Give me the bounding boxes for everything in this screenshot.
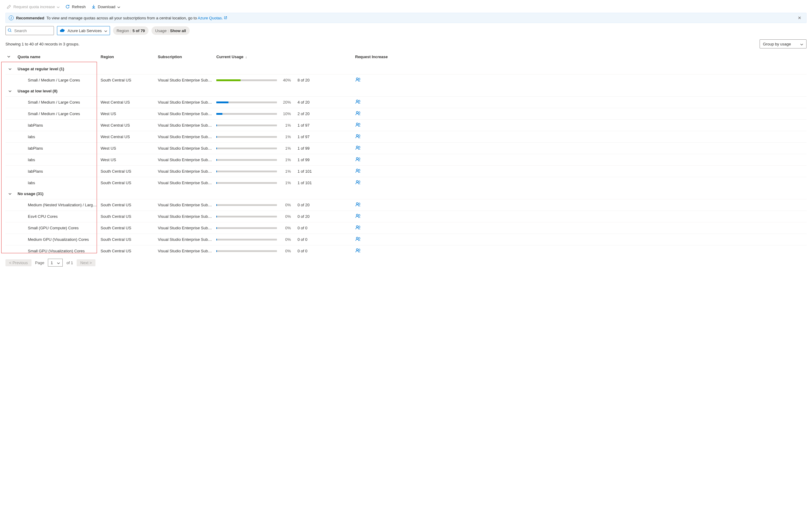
request-increase-button[interactable] (355, 180, 360, 185)
chevron-down-icon (7, 90, 18, 93)
request-increase-button[interactable] (355, 248, 360, 253)
usage-count-cell: 0 of 0 (297, 249, 355, 253)
table-header: Quota name Region Subscription Current U… (5, 50, 807, 64)
quota-name-cell: labPlans (18, 169, 100, 174)
refresh-button[interactable]: Refresh (65, 4, 86, 9)
request-quota-increase-button[interactable]: Request quota increase (7, 4, 60, 9)
provider-dropdown[interactable]: Azure Lab Services (57, 26, 110, 35)
usage-count-cell: 1 of 97 (297, 123, 355, 127)
table-row[interactable]: Medium GPU (Visualization) CoresSouth Ce… (5, 234, 807, 245)
table-row[interactable]: Small (GPU Compute) CoresSouth Central U… (5, 222, 807, 234)
search-icon (7, 28, 12, 33)
search-input[interactable] (13, 28, 52, 33)
table-row[interactable]: labPlansWest Central USVisual Studio Ent… (5, 119, 807, 131)
request-increase-button[interactable] (355, 213, 360, 219)
usage-count-cell: 0 of 0 (297, 237, 355, 242)
usage-percent: 0% (281, 214, 291, 219)
usage-bar: 1% (216, 169, 297, 174)
quota-name-cell: labs (18, 157, 100, 162)
table-row[interactable]: labsSouth Central USVisual Studio Enterp… (5, 177, 807, 189)
svg-point-6 (356, 146, 358, 148)
quota-name-cell: Small / Medium / Large Cores (18, 78, 100, 82)
region-filter-label: Region : (117, 28, 131, 33)
usage-filter-label: Usage : (155, 28, 169, 33)
chevron-down-icon[interactable] (7, 55, 10, 58)
svg-point-7 (356, 157, 358, 159)
table-row[interactable]: labPlansSouth Central USVisual Studio En… (5, 165, 807, 177)
usage-percent: 1% (281, 169, 291, 174)
subscription-cell: Visual Studio Enterprise Subscri… (158, 249, 216, 253)
request-increase-button[interactable] (355, 202, 360, 207)
close-banner-button[interactable]: ✕ (796, 16, 803, 20)
table-row[interactable]: labPlansWest USVisual Studio Enterprise … (5, 142, 807, 154)
table-row[interactable]: Small / Medium / Large CoresSouth Centra… (5, 74, 807, 86)
request-increase-button[interactable] (355, 225, 360, 230)
table-row[interactable]: labsWest USVisual Studio Enterprise Subs… (5, 154, 807, 165)
quota-name-cell: Small / Medium / Large Cores (18, 100, 100, 105)
col-region[interactable]: Region (100, 55, 158, 59)
svg-point-12 (356, 226, 358, 228)
page-select[interactable]: 1 (48, 259, 63, 266)
quota-name-cell: labs (18, 135, 100, 139)
svg-point-1 (356, 78, 358, 80)
table-row[interactable]: Small GPU (Visualization) CoresSouth Cen… (5, 245, 807, 256)
usage-count-cell: 1 of 101 (297, 169, 355, 174)
request-increase-button[interactable] (355, 168, 360, 174)
recommendation-banner: i Recommended To view and manage quotas … (5, 13, 807, 23)
request-increase-button[interactable] (355, 156, 360, 162)
usage-bar: 0% (216, 203, 297, 207)
request-increase-button[interactable] (355, 134, 360, 139)
request-quota-increase-label: Request quota increase (13, 4, 55, 9)
group-header[interactable]: Usage at low level (8) (5, 86, 807, 96)
table-row[interactable]: labsWest Central USVisual Studio Enterpr… (5, 131, 807, 142)
groupby-label: Group by usage (763, 42, 791, 46)
request-increase-button[interactable] (355, 236, 360, 242)
usage-count-cell: 8 of 20 (297, 78, 355, 82)
usage-bar: 1% (216, 157, 297, 162)
group-header[interactable]: No usage (31) (5, 189, 807, 199)
external-link-icon (224, 16, 227, 20)
region-cell: West Central US (100, 123, 158, 127)
groupby-dropdown[interactable]: Group by usage (760, 39, 807, 49)
usage-filter-pill[interactable]: Usage : Show all (151, 26, 190, 35)
col-current-usage[interactable]: Current Usage ↓ (216, 55, 297, 59)
subscription-cell: Visual Studio Enterprise Subscri… (158, 157, 216, 162)
previous-page-button[interactable]: < Previous (5, 259, 31, 266)
table-row[interactable]: Small / Medium / Large CoresWest USVisua… (5, 108, 807, 119)
usage-filter-value: Show all (170, 28, 186, 33)
table-row[interactable]: Small / Medium / Large CoresWest Central… (5, 96, 807, 108)
svg-point-10 (356, 203, 358, 204)
download-icon (91, 4, 96, 9)
chevron-down-icon (104, 29, 107, 32)
col-quota-name[interactable]: Quota name (18, 55, 100, 59)
subscription-cell: Visual Studio Enterprise Subscri… (158, 146, 216, 150)
table-row[interactable]: Medium (Nested Virtualization) / Large (… (5, 199, 807, 210)
group-header[interactable]: Usage at regular level (1) (5, 64, 807, 74)
region-filter-pill[interactable]: Region : 5 of 79 (113, 26, 149, 35)
request-increase-button[interactable] (355, 111, 360, 116)
usage-bar: 20% (216, 100, 297, 105)
svg-point-9 (356, 180, 358, 182)
subscription-cell: Visual Studio Enterprise Subscri… (158, 226, 216, 230)
request-increase-button[interactable] (355, 77, 360, 82)
request-increase-button[interactable] (355, 145, 360, 150)
download-button[interactable]: Download (91, 4, 120, 9)
usage-percent: 1% (281, 180, 291, 185)
search-input-wrapper[interactable] (5, 26, 54, 35)
request-increase-button[interactable] (355, 122, 360, 127)
usage-percent: 0% (281, 249, 291, 253)
col-subscription[interactable]: Subscription (158, 55, 216, 59)
subscription-cell: Visual Studio Enterprise Subscri… (158, 169, 216, 174)
usage-bar: 1% (216, 123, 297, 127)
table-row[interactable]: Esv4 CPU CoresSouth Central USVisual Stu… (5, 210, 807, 222)
next-page-button[interactable]: Next > (77, 259, 95, 266)
region-cell: South Central US (100, 226, 158, 230)
request-increase-button[interactable] (355, 99, 360, 105)
refresh-icon (65, 4, 70, 9)
toolbar: Request quota increase Refresh Download (5, 3, 807, 13)
chevron-down-icon (800, 42, 803, 46)
azure-quotas-link[interactable]: Azure Quotas. (198, 16, 223, 20)
quota-name-cell: Medium (Nested Virtualization) / Large (… (18, 203, 100, 207)
region-cell: South Central US (100, 249, 158, 253)
col-request-increase[interactable]: Request Increase (355, 55, 392, 59)
